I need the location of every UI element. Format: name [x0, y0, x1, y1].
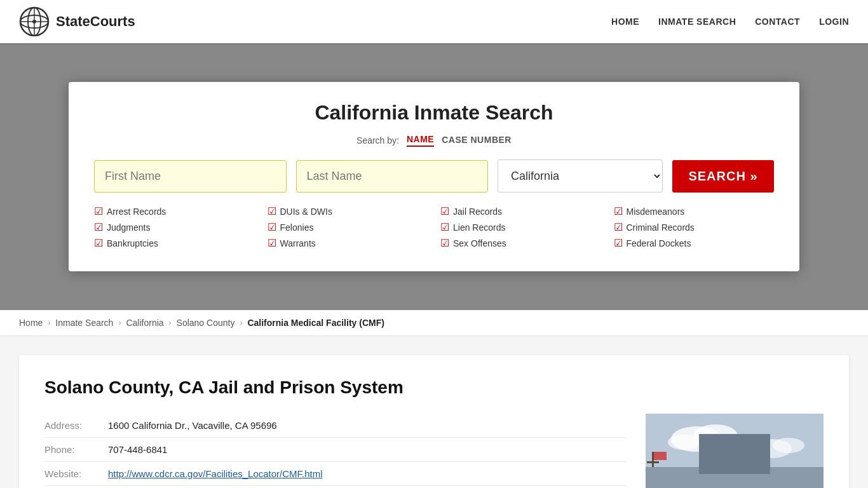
state-select[interactable]: California Alabama Alaska Arizona Arkans… [498, 159, 663, 193]
checkbox-bankruptcies: ☑ Bankruptcies [94, 237, 255, 249]
svg-rect-15 [703, 477, 714, 487]
breadcrumb: Home › Inmate Search › California › Sola… [0, 310, 868, 336]
checkbox-felonies: ☑ Felonies [268, 221, 428, 233]
facility-details: Address: 1600 California Dr., Vacaville,… [44, 414, 824, 488]
checkbox-label: Jail Records [453, 207, 502, 217]
facility-title: Solano County, CA Jail and Prison System [44, 377, 824, 398]
breadcrumb-sep-4: › [240, 318, 242, 327]
check-icon: ☑ [268, 205, 276, 217]
svg-point-9 [668, 435, 700, 450]
svg-rect-14 [696, 468, 804, 474]
checkbox-grid: ☑ Arrest Records ☑ DUIs & DWIs ☑ Jail Re… [94, 205, 774, 249]
tab-name[interactable]: NAME [407, 134, 434, 147]
website-link[interactable]: http://www.cdcr.ca.gov/Facilities_Locato… [108, 468, 323, 479]
checkbox-label: Warrants [280, 238, 316, 248]
checkbox-label: DUIs & DWIs [280, 207, 332, 217]
header: StateCourts HOME INMATE SEARCH CONTACT L… [0, 0, 868, 43]
check-icon: ☑ [614, 205, 623, 217]
breadcrumb-solano-county[interactable]: Solano County [177, 318, 235, 328]
checkbox-misdemeanors: ☑ Misdemeanors [614, 205, 775, 217]
content-area: Solano County, CA Jail and Prison System… [0, 336, 868, 488]
last-name-input[interactable] [296, 160, 489, 193]
phone-label: Phone: [44, 444, 102, 455]
checkbox-label: Sex Offenses [453, 238, 506, 248]
checkbox-label: Judgments [107, 222, 150, 233]
svg-rect-16 [719, 477, 730, 487]
logo-text: StateCourts [56, 13, 135, 30]
check-icon: ☑ [94, 221, 103, 233]
facility-image [646, 414, 824, 488]
checkbox-sex-offenses: ☑ Sex Offenses [440, 237, 601, 249]
search-by-row: Search by: NAME CASE NUMBER [94, 134, 774, 147]
nav-inmate-search[interactable]: INMATE SEARCH [658, 17, 736, 27]
tab-case-number[interactable]: CASE NUMBER [442, 135, 512, 146]
address-value: 1600 California Dr., Vacaville, CA 95696 [108, 420, 277, 431]
breadcrumb-sep-3: › [169, 318, 172, 327]
search-button[interactable]: SEARCH » [672, 160, 774, 193]
info-section: Address: 1600 California Dr., Vacaville,… [44, 414, 627, 488]
website-label: Website: [44, 468, 102, 479]
checkbox-label: Misdemeanors [627, 207, 685, 217]
nav-login[interactable]: LOGIN [819, 17, 849, 27]
checkbox-duis-dwis: ☑ DUIs & DWIs [268, 205, 428, 217]
breadcrumb-home[interactable]: Home [19, 318, 43, 328]
checkbox-label: Federal Dockets [627, 238, 691, 248]
first-name-input[interactable] [94, 160, 287, 193]
checkbox-label: Bankruptcies [107, 238, 158, 248]
content-card: Solano County, CA Jail and Prison System… [19, 355, 849, 488]
check-icon: ☑ [268, 237, 276, 249]
address-label: Address: [44, 420, 102, 431]
phone-row: Phone: 707-448-6841 [44, 438, 627, 462]
checkbox-label: Criminal Records [627, 222, 695, 233]
check-icon: ☑ [440, 221, 449, 233]
svg-rect-24 [658, 484, 700, 488]
nav-home[interactable]: HOME [611, 17, 639, 27]
check-icon: ☑ [440, 237, 449, 249]
search-card-title: California Inmate Search [94, 101, 774, 125]
svg-rect-29 [647, 461, 659, 463]
checkbox-jail-records: ☑ Jail Records [440, 205, 601, 217]
checkbox-warrants: ☑ Warrants [268, 237, 428, 249]
checkbox-label: Arrest Records [107, 207, 166, 217]
facility-image-area [646, 414, 824, 488]
check-icon: ☑ [94, 237, 103, 249]
check-icon: ☑ [94, 205, 103, 217]
checkbox-judgments: ☑ Judgments [94, 221, 255, 233]
website-row: Website: http://www.cdcr.ca.gov/Faciliti… [44, 462, 627, 486]
hero-section: COURTHOUSE California Inmate Search Sear… [0, 43, 868, 310]
check-icon: ☑ [268, 221, 276, 233]
search-card: California Inmate Search Search by: NAME… [69, 82, 799, 271]
check-icon: ☑ [614, 221, 623, 233]
address-row: Address: 1600 California Dr., Vacaville,… [44, 414, 627, 438]
logo-icon [19, 6, 50, 37]
logo-area: StateCourts [19, 6, 135, 37]
breadcrumb-inmate-search[interactable]: Inmate Search [55, 318, 113, 328]
svg-rect-17 [735, 477, 746, 487]
checkbox-arrest-records: ☑ Arrest Records [94, 205, 255, 217]
main-nav: HOME INMATE SEARCH CONTACT LOGIN [611, 17, 849, 27]
breadcrumb-current: California Medical Facility (CMF) [247, 318, 384, 328]
breadcrumb-sep-2: › [118, 318, 121, 327]
checkbox-label: Felonies [280, 222, 314, 233]
checkbox-criminal-records: ☑ Criminal Records [614, 221, 775, 233]
svg-rect-18 [750, 477, 762, 487]
facility-image-svg [646, 414, 824, 488]
svg-rect-13 [696, 471, 804, 488]
nav-contact[interactable]: CONTACT [755, 17, 800, 27]
checkbox-label: Lien Records [453, 222, 506, 233]
svg-rect-28 [652, 452, 654, 488]
breadcrumb-sep-1: › [48, 318, 50, 327]
check-icon: ☑ [440, 205, 449, 217]
svg-point-11 [773, 438, 804, 453]
search-fields-row: California Alabama Alaska Arizona Arkans… [94, 159, 774, 193]
breadcrumb-california[interactable]: California [126, 318, 163, 328]
search-by-label: Search by: [356, 135, 399, 146]
svg-point-8 [693, 424, 738, 447]
svg-rect-30 [654, 452, 667, 460]
phone-value: 707-448-6841 [108, 444, 167, 455]
checkbox-lien-records: ☑ Lien Records [440, 221, 601, 233]
check-icon: ☑ [614, 237, 623, 249]
checkbox-federal-dockets: ☑ Federal Dockets [614, 237, 775, 249]
